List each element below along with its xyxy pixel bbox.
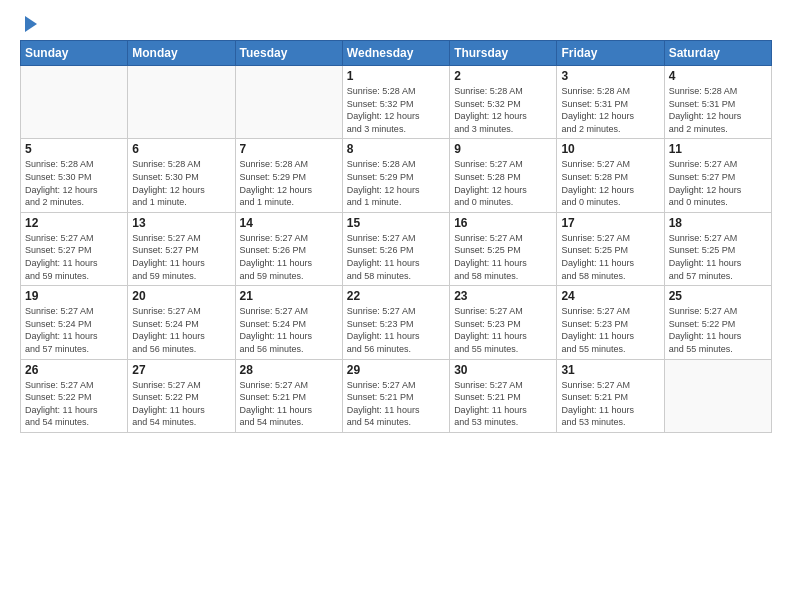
- day-info: Sunrise: 5:28 AM Sunset: 5:30 PM Dayligh…: [25, 158, 123, 208]
- day-number: 15: [347, 216, 445, 230]
- calendar-day-28: 28Sunrise: 5:27 AM Sunset: 5:21 PM Dayli…: [235, 359, 342, 432]
- calendar-day-7: 7Sunrise: 5:28 AM Sunset: 5:29 PM Daylig…: [235, 139, 342, 212]
- day-number: 2: [454, 69, 552, 83]
- calendar-header-tuesday: Tuesday: [235, 41, 342, 66]
- day-info: Sunrise: 5:27 AM Sunset: 5:25 PM Dayligh…: [454, 232, 552, 282]
- day-number: 28: [240, 363, 338, 377]
- day-info: Sunrise: 5:27 AM Sunset: 5:25 PM Dayligh…: [669, 232, 767, 282]
- day-number: 14: [240, 216, 338, 230]
- calendar-day-30: 30Sunrise: 5:27 AM Sunset: 5:21 PM Dayli…: [450, 359, 557, 432]
- calendar-week-row: 19Sunrise: 5:27 AM Sunset: 5:24 PM Dayli…: [21, 286, 772, 359]
- calendar-day-29: 29Sunrise: 5:27 AM Sunset: 5:21 PM Dayli…: [342, 359, 449, 432]
- day-info: Sunrise: 5:28 AM Sunset: 5:32 PM Dayligh…: [454, 85, 552, 135]
- day-info: Sunrise: 5:28 AM Sunset: 5:29 PM Dayligh…: [347, 158, 445, 208]
- day-info: Sunrise: 5:27 AM Sunset: 5:22 PM Dayligh…: [132, 379, 230, 429]
- day-number: 22: [347, 289, 445, 303]
- calendar-day-23: 23Sunrise: 5:27 AM Sunset: 5:23 PM Dayli…: [450, 286, 557, 359]
- day-info: Sunrise: 5:27 AM Sunset: 5:21 PM Dayligh…: [240, 379, 338, 429]
- day-info: Sunrise: 5:27 AM Sunset: 5:21 PM Dayligh…: [561, 379, 659, 429]
- day-number: 5: [25, 142, 123, 156]
- calendar-day-13: 13Sunrise: 5:27 AM Sunset: 5:27 PM Dayli…: [128, 212, 235, 285]
- day-number: 21: [240, 289, 338, 303]
- day-number: 6: [132, 142, 230, 156]
- calendar-header-saturday: Saturday: [664, 41, 771, 66]
- day-info: Sunrise: 5:27 AM Sunset: 5:27 PM Dayligh…: [132, 232, 230, 282]
- day-number: 4: [669, 69, 767, 83]
- calendar-week-row: 26Sunrise: 5:27 AM Sunset: 5:22 PM Dayli…: [21, 359, 772, 432]
- calendar-day-24: 24Sunrise: 5:27 AM Sunset: 5:23 PM Dayli…: [557, 286, 664, 359]
- day-number: 31: [561, 363, 659, 377]
- day-info: Sunrise: 5:27 AM Sunset: 5:26 PM Dayligh…: [347, 232, 445, 282]
- calendar-day-empty: [128, 66, 235, 139]
- day-info: Sunrise: 5:27 AM Sunset: 5:21 PM Dayligh…: [347, 379, 445, 429]
- day-info: Sunrise: 5:27 AM Sunset: 5:27 PM Dayligh…: [669, 158, 767, 208]
- day-number: 11: [669, 142, 767, 156]
- day-number: 3: [561, 69, 659, 83]
- calendar-day-22: 22Sunrise: 5:27 AM Sunset: 5:23 PM Dayli…: [342, 286, 449, 359]
- day-number: 29: [347, 363, 445, 377]
- day-info: Sunrise: 5:28 AM Sunset: 5:30 PM Dayligh…: [132, 158, 230, 208]
- calendar-day-8: 8Sunrise: 5:28 AM Sunset: 5:29 PM Daylig…: [342, 139, 449, 212]
- day-number: 27: [132, 363, 230, 377]
- calendar-header-row: SundayMondayTuesdayWednesdayThursdayFrid…: [21, 41, 772, 66]
- day-number: 13: [132, 216, 230, 230]
- calendar-week-row: 12Sunrise: 5:27 AM Sunset: 5:27 PM Dayli…: [21, 212, 772, 285]
- calendar-header-wednesday: Wednesday: [342, 41, 449, 66]
- calendar-day-empty: [235, 66, 342, 139]
- calendar-day-15: 15Sunrise: 5:27 AM Sunset: 5:26 PM Dayli…: [342, 212, 449, 285]
- day-info: Sunrise: 5:27 AM Sunset: 5:22 PM Dayligh…: [669, 305, 767, 355]
- day-number: 7: [240, 142, 338, 156]
- calendar-week-row: 1Sunrise: 5:28 AM Sunset: 5:32 PM Daylig…: [21, 66, 772, 139]
- day-number: 30: [454, 363, 552, 377]
- calendar-day-1: 1Sunrise: 5:28 AM Sunset: 5:32 PM Daylig…: [342, 66, 449, 139]
- calendar-day-18: 18Sunrise: 5:27 AM Sunset: 5:25 PM Dayli…: [664, 212, 771, 285]
- calendar-day-2: 2Sunrise: 5:28 AM Sunset: 5:32 PM Daylig…: [450, 66, 557, 139]
- day-number: 20: [132, 289, 230, 303]
- calendar-day-25: 25Sunrise: 5:27 AM Sunset: 5:22 PM Dayli…: [664, 286, 771, 359]
- day-number: 9: [454, 142, 552, 156]
- calendar-day-19: 19Sunrise: 5:27 AM Sunset: 5:24 PM Dayli…: [21, 286, 128, 359]
- calendar-day-empty: [21, 66, 128, 139]
- day-info: Sunrise: 5:27 AM Sunset: 5:26 PM Dayligh…: [240, 232, 338, 282]
- day-info: Sunrise: 5:28 AM Sunset: 5:31 PM Dayligh…: [669, 85, 767, 135]
- day-number: 23: [454, 289, 552, 303]
- calendar-header-friday: Friday: [557, 41, 664, 66]
- day-number: 16: [454, 216, 552, 230]
- day-info: Sunrise: 5:27 AM Sunset: 5:27 PM Dayligh…: [25, 232, 123, 282]
- calendar-day-empty: [664, 359, 771, 432]
- calendar-day-11: 11Sunrise: 5:27 AM Sunset: 5:27 PM Dayli…: [664, 139, 771, 212]
- day-info: Sunrise: 5:28 AM Sunset: 5:31 PM Dayligh…: [561, 85, 659, 135]
- calendar-day-3: 3Sunrise: 5:28 AM Sunset: 5:31 PM Daylig…: [557, 66, 664, 139]
- svg-marker-0: [25, 16, 37, 32]
- day-info: Sunrise: 5:27 AM Sunset: 5:28 PM Dayligh…: [454, 158, 552, 208]
- day-info: Sunrise: 5:27 AM Sunset: 5:24 PM Dayligh…: [132, 305, 230, 355]
- calendar-table: SundayMondayTuesdayWednesdayThursdayFrid…: [20, 40, 772, 433]
- day-info: Sunrise: 5:27 AM Sunset: 5:28 PM Dayligh…: [561, 158, 659, 208]
- calendar-day-16: 16Sunrise: 5:27 AM Sunset: 5:25 PM Dayli…: [450, 212, 557, 285]
- day-info: Sunrise: 5:27 AM Sunset: 5:23 PM Dayligh…: [454, 305, 552, 355]
- day-number: 18: [669, 216, 767, 230]
- day-info: Sunrise: 5:27 AM Sunset: 5:24 PM Dayligh…: [240, 305, 338, 355]
- day-number: 26: [25, 363, 123, 377]
- day-info: Sunrise: 5:28 AM Sunset: 5:32 PM Dayligh…: [347, 85, 445, 135]
- day-number: 10: [561, 142, 659, 156]
- day-number: 17: [561, 216, 659, 230]
- calendar-week-row: 5Sunrise: 5:28 AM Sunset: 5:30 PM Daylig…: [21, 139, 772, 212]
- calendar-day-6: 6Sunrise: 5:28 AM Sunset: 5:30 PM Daylig…: [128, 139, 235, 212]
- day-number: 19: [25, 289, 123, 303]
- calendar-day-10: 10Sunrise: 5:27 AM Sunset: 5:28 PM Dayli…: [557, 139, 664, 212]
- page-header: [20, 16, 772, 32]
- day-number: 8: [347, 142, 445, 156]
- calendar-day-31: 31Sunrise: 5:27 AM Sunset: 5:21 PM Dayli…: [557, 359, 664, 432]
- calendar-header-thursday: Thursday: [450, 41, 557, 66]
- day-info: Sunrise: 5:27 AM Sunset: 5:22 PM Dayligh…: [25, 379, 123, 429]
- day-info: Sunrise: 5:27 AM Sunset: 5:23 PM Dayligh…: [347, 305, 445, 355]
- calendar-header-monday: Monday: [128, 41, 235, 66]
- calendar-day-9: 9Sunrise: 5:27 AM Sunset: 5:28 PM Daylig…: [450, 139, 557, 212]
- calendar-day-17: 17Sunrise: 5:27 AM Sunset: 5:25 PM Dayli…: [557, 212, 664, 285]
- calendar-day-21: 21Sunrise: 5:27 AM Sunset: 5:24 PM Dayli…: [235, 286, 342, 359]
- calendar-day-20: 20Sunrise: 5:27 AM Sunset: 5:24 PM Dayli…: [128, 286, 235, 359]
- day-info: Sunrise: 5:27 AM Sunset: 5:24 PM Dayligh…: [25, 305, 123, 355]
- day-number: 24: [561, 289, 659, 303]
- day-info: Sunrise: 5:27 AM Sunset: 5:25 PM Dayligh…: [561, 232, 659, 282]
